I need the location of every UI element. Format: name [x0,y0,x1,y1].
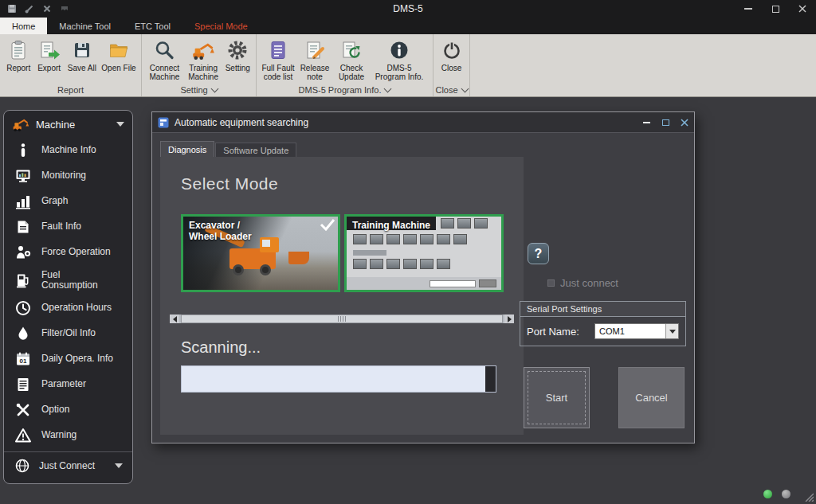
sidebar-item-fault-info[interactable]: Fault Info [4,214,132,240]
chevron-down-icon [669,330,676,334]
sidebar-item-force-operation[interactable]: Force Operation [4,240,132,265]
sidebar-item-filter-oil[interactable]: Filter/Oil Info [4,321,132,346]
sidebar-item-graph[interactable]: Graph [4,189,132,214]
minimize-button[interactable] [735,0,762,18]
combo-dropdown-button[interactable] [665,324,678,338]
fuel-icon [14,272,32,289]
group-expander-icon[interactable] [461,84,469,92]
report-icon [7,38,29,62]
scrollbar-thumb[interactable] [181,315,503,323]
auto-search-dialog: Automatic equipment searching Diagnosis … [151,111,695,443]
cards-horizontal-scrollbar[interactable] [170,315,514,323]
export-label: Export [37,64,61,72]
just-connect-checkbox[interactable] [547,279,555,287]
scroll-left-button[interactable] [170,315,179,323]
tab-diagnosis[interactable]: Diagnosis [160,141,214,158]
status-indicator-green [763,490,772,498]
group-label-setting: Setting [142,83,256,96]
clock-icon [14,299,32,317]
grip-icon [338,316,347,322]
training-machine-button[interactable]: Training Machine [184,37,223,82]
customize-toolbar-icon[interactable] [59,4,69,14]
sidebar-item-fuel-consumption[interactable]: Fuel Consumption [4,265,132,295]
force-operation-icon [14,244,32,261]
dialog-maximize-button[interactable] [656,112,675,133]
setting-button[interactable]: Setting [222,37,253,73]
sidebar-item-operation-hours[interactable]: Operation Hours [4,295,132,321]
ribbon-group-setting: Connect Machine Training Machine Setting… [142,34,257,96]
start-button[interactable]: Start [524,367,590,428]
sidebar-item-warning[interactable]: Warning [4,423,132,448]
connect-machine-button[interactable]: Connect Machine [145,37,184,82]
tools-icon [14,401,32,419]
tab-special-mode[interactable]: Special Mode [182,18,260,34]
minimize-icon [744,8,752,10]
open-file-button[interactable]: Open File [100,37,138,73]
group-expander-icon[interactable] [384,84,392,92]
sidebar: Machine Machine Info Monitoring Graph Fa… [3,110,133,484]
report-label: Report [6,64,30,72]
ribbon: Report Export Save All [0,34,816,97]
tab-etc-tool[interactable]: ETC Tool [123,18,182,34]
app-window: DMS-5 Home Machine Tool ETC Tool Special… [0,0,816,504]
save-all-label: Save All [68,64,96,72]
card-excavator-wheel-loader[interactable]: Excavator / Wheel Loader [181,214,340,292]
info-icon [388,38,410,62]
resize-grip[interactable] [802,490,814,502]
release-note-button[interactable]: Release note [296,37,333,82]
close-button[interactable] [789,0,816,18]
program-info-button[interactable]: DMS-5 Program Info. [370,37,429,82]
dialog-tab-bar: Diagnosis Software Update [160,141,296,158]
wrench-icon[interactable] [24,4,34,14]
port-name-value: COM1 [595,326,665,336]
arrow-left-icon [173,316,177,322]
tab-software-update[interactable]: Software Update [215,143,296,158]
sidebar-machine-header[interactable]: Machine [4,111,132,138]
cancel-button[interactable]: Cancel [618,367,685,428]
ribbon-tab-bar: Home Machine Tool ETC Tool Special Mode [0,18,816,34]
export-button[interactable]: Export [33,37,64,73]
help-button[interactable]: ? [528,243,549,264]
close-app-button[interactable]: Close [437,37,466,73]
check-update-icon [340,38,363,62]
ribbon-group-program-info: Full Fault code list Release note Check … [257,34,434,96]
save-icon[interactable] [6,4,17,14]
sidebar-just-connect[interactable]: Just Connect [4,452,132,479]
sidebar-item-parameter[interactable]: Parameter [4,372,132,397]
sidebar-item-monitoring[interactable]: Monitoring [4,163,132,189]
graph-icon [14,193,32,210]
thumb-ok-button [479,279,496,287]
thumb-selected-machine-field [430,280,476,287]
select-mode-heading: Select Mode [181,174,278,193]
quick-access-toolbar [0,4,69,14]
dialog-close-button[interactable] [675,112,694,133]
group-label-program-info: DMS-5 Program Info. [257,83,433,96]
scroll-right-button[interactable] [504,315,514,323]
just-connect-option[interactable]: Just connect [547,277,618,289]
titlebar[interactable]: DMS-5 [0,0,816,18]
check-update-button[interactable]: Check Update [333,37,370,82]
sidebar-item-machine-info[interactable]: Machine Info [4,138,132,163]
report-button[interactable]: Report [3,37,33,73]
ribbon-group-close: Close Close [434,34,470,96]
training-machine-label: Training Machine [186,64,222,81]
sidebar-item-option[interactable]: Option [4,397,132,423]
card-training-machine[interactable]: Training Machine [344,214,504,292]
tool-icon[interactable] [41,4,52,14]
save-all-button[interactable]: Save All [65,37,100,73]
tab-home[interactable]: Home [0,18,47,34]
setting-label: Setting [226,64,250,72]
full-fault-code-list-label: Full Fault code list [261,64,295,81]
maximize-button[interactable] [762,0,789,18]
card-label: Training Machine [352,220,430,231]
sidebar-item-daily-opera-info[interactable]: 01 Daily Opera. Info [4,346,132,372]
dialog-minimize-button[interactable] [637,112,656,133]
scan-progress-bar [181,365,496,393]
group-expander-icon[interactable] [210,84,218,92]
arrow-right-icon [508,316,512,322]
full-fault-code-list-button[interactable]: Full Fault code list [260,37,296,82]
scrollbar-track[interactable] [179,315,504,323]
tab-machine-tool[interactable]: Machine Tool [47,18,123,34]
port-name-select[interactable]: COM1 [594,323,679,339]
dialog-titlebar[interactable]: Automatic equipment searching [152,112,694,133]
